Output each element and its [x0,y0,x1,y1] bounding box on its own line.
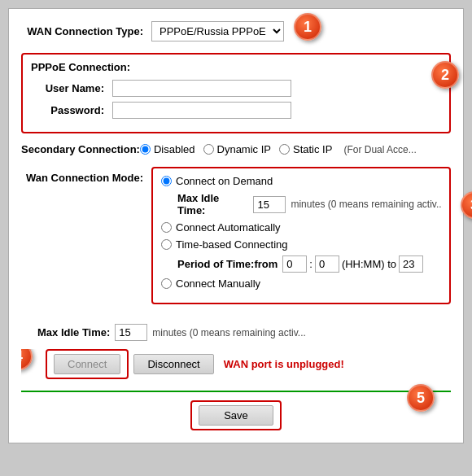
mode-demand-label: Connect on Demand [176,175,273,187]
mode-demand-row: Connect on Demand [161,175,441,187]
period-label: Period of Time:from [177,258,278,270]
max-idle-input[interactable] [253,196,286,213]
secondary-label: Secondary Connection: [21,143,140,155]
period-from-input[interactable] [282,255,307,273]
mode-auto-label: Connect Automatically [176,221,281,234]
idle-time-row: Max Idle Time: minutes (0 means remainin… [177,192,441,216]
username-row: User Name: [31,80,441,97]
save-row: 5 Save [21,391,451,430]
save-box: Save [190,400,282,430]
wan-mode-box: Connect on Demand Max Idle Time: minutes… [151,167,451,304]
badge-3: 3 [461,191,472,219]
username-label: User Name: [31,82,112,94]
secondary-static-label: Static IP [293,143,332,155]
secondary-static-radio[interactable] [279,144,290,155]
btn-group: Connect Disconnect WAN port is unplugged… [46,349,344,379]
mode-manual-row: Connect Manually [161,277,441,290]
max-idle-bottom-note: minutes (0 means remaining activ... [152,327,306,338]
mode-manual-radio[interactable] [161,278,172,289]
badge-4-container: 4 [21,349,33,370]
period-row: Period of Time:from : (HH:MM) to [177,255,441,273]
wan-unplugged-msg: WAN port is unplugged! [224,358,344,370]
wan-mode-wrapper: Wan Connection Mode: Connect on Demand M… [21,167,451,314]
secondary-disabled-radio[interactable] [140,144,151,155]
wan-type-label: WAN Connection Type: [21,25,151,37]
buttons-row: 4 Connect Disconnect WAN port is unplugg… [21,349,451,379]
wan-type-row: WAN Connection Type: PPPoE/Russia PPPoE … [21,21,451,41]
secondary-row: Secondary Connection: Disabled Dynamic I… [21,143,451,155]
mode-manual-label: Connect Manually [176,277,260,290]
badge-4: 4 [21,349,33,370]
idle-note: minutes (0 means remaining activ... [291,199,441,210]
pppoe-section: PPPoE Connection: User Name: Password: 2 [21,53,451,133]
period-sep: : [309,258,312,270]
password-row: Password: [31,102,441,119]
period-hhmm: (HH:MM) to [342,258,396,270]
max-idle-bottom-label: Max Idle Time: [37,326,110,338]
connect-button[interactable]: Connect [54,354,120,374]
pppoe-title: PPPoE Connection: [31,61,441,73]
secondary-static-group: Static IP [279,143,332,155]
badge-5-container: 5 [407,384,435,412]
secondary-dynamic-label: Dynamic IP [217,143,271,155]
max-idle-bottom-row: Max Idle Time: minutes (0 means remainin… [21,324,451,341]
wan-type-select[interactable]: PPPoE/Russia PPPoE [151,21,284,41]
secondary-disabled-label: Disabled [154,143,195,155]
mode-time-radio[interactable] [161,239,172,250]
main-panel: WAN Connection Type: PPPoE/Russia PPPoE … [8,8,464,443]
badge-2: 2 [431,61,459,89]
mode-time-row: Time-based Connecting [161,238,441,251]
wan-mode-label: Wan Connection Mode: [21,167,151,184]
password-input[interactable] [112,102,291,119]
period-end-input[interactable] [399,255,423,273]
password-label: Password: [31,104,112,116]
secondary-dynamic-group: Dynamic IP [203,143,271,155]
mode-auto-row: Connect Automatically [161,221,441,234]
badge-5: 5 [407,384,435,412]
secondary-disabled-group: Disabled [140,143,195,155]
period-to-input[interactable] [315,255,339,273]
max-idle-label: Max Idle Time: [177,192,248,216]
max-idle-bottom-input[interactable] [115,324,147,341]
mode-auto-radio[interactable] [161,222,172,233]
username-input[interactable] [112,80,291,97]
save-button[interactable]: Save [199,405,273,426]
secondary-dynamic-radio[interactable] [203,144,214,155]
connect-box: Connect [46,349,129,379]
mode-time-label: Time-based Connecting [176,238,288,251]
mode-demand-radio[interactable] [161,176,172,186]
disconnect-button[interactable]: Disconnect [133,354,213,374]
pppoe-box: PPPoE Connection: User Name: Password: [21,53,451,133]
badge-1: 1 [294,13,321,41]
secondary-note: (For Dual Acce... [343,144,416,155]
